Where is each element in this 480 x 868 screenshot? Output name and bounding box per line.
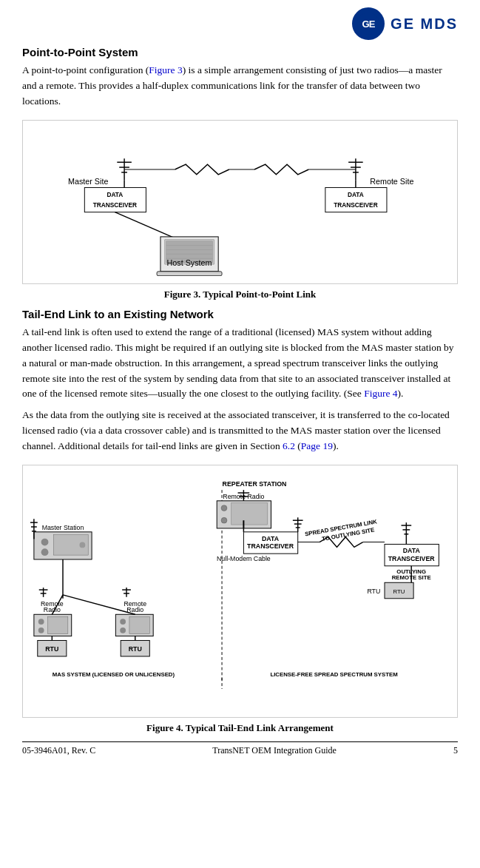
svg-point-75 [79, 542, 85, 548]
ge-monogram: GE [352, 7, 385, 40]
svg-text:Radio: Radio [44, 606, 61, 613]
figure3-container: Master Site Remote Site DATA TRANSCEIVER… [22, 120, 458, 284]
svg-point-72 [41, 539, 49, 546]
section2-title: Tail-End Link to an Existing Network [22, 308, 458, 320]
svg-text:GE: GE [362, 18, 376, 30]
ge-brand-text: GE MDS [391, 16, 458, 33]
svg-text:Remote Site: Remote Site [370, 176, 413, 185]
footer-left: 05-3946A01, Rev. C [22, 745, 95, 756]
figure4-caption: Figure 4. Typical Tail-End Link Arrangem… [22, 722, 458, 734]
page-header: GE GE MDS [22, 7, 458, 40]
p2p-diagram: Master Site Remote Site DATA TRANSCEIVER… [30, 128, 450, 276]
svg-text:Master Station: Master Station [42, 524, 84, 531]
svg-text:DATA: DATA [262, 535, 280, 542]
svg-point-88 [38, 628, 44, 633]
section2-body1: A tail-end link is often used to extend … [22, 325, 458, 403]
svg-text:RTU: RTU [129, 645, 142, 653]
figure3-link[interactable]: Figure 3 [149, 64, 182, 75]
svg-text:Null-Modem Cable: Null-Modem Cable [217, 555, 271, 562]
svg-text:DATA: DATA [107, 191, 123, 198]
svg-point-37 [221, 505, 227, 511]
svg-point-38 [221, 517, 227, 523]
page-footer: 05-3946A01, Rev. C TransNET OEM Integrat… [22, 741, 458, 756]
svg-text:DATA: DATA [403, 547, 421, 554]
svg-text:TRANSCEIVER: TRANSCEIVER [334, 201, 377, 209]
ge-logo: GE GE MDS [352, 7, 458, 40]
figure3-caption: Figure 3. Typical Point-to-Point Link [22, 289, 458, 300]
figure4-container: REPEATER STATION Remote Radio DATA TRANS… [22, 465, 458, 718]
tail-diagram: REPEATER STATION Remote Radio DATA TRANS… [30, 473, 450, 710]
footer-center: TransNET OEM Integration Guide [212, 745, 337, 756]
svg-point-98 [120, 619, 126, 625]
svg-rect-89 [47, 616, 67, 633]
section2-body2: As the data from the outlying site is re… [22, 408, 458, 454]
svg-text:RTU: RTU [367, 588, 380, 595]
svg-text:TRANSCEIVER: TRANSCEIVER [93, 201, 137, 209]
svg-text:Master Site: Master Site [68, 176, 108, 185]
svg-rect-100 [129, 616, 149, 633]
svg-line-23 [115, 212, 175, 238]
svg-text:LICENSE-FREE SPREAD SPECTRUM S: LICENSE-FREE SPREAD SPECTRUM SYSTEM [270, 671, 397, 678]
svg-point-87 [38, 619, 44, 625]
footer-page: 5 [453, 745, 458, 756]
svg-point-73 [41, 548, 49, 556]
svg-rect-39 [231, 503, 268, 525]
svg-text:Host System: Host System [167, 258, 212, 267]
svg-text:TRANSCEIVER: TRANSCEIVER [247, 542, 294, 550]
svg-text:REPEATER STATION: REPEATER STATION [223, 480, 287, 488]
svg-text:DATA: DATA [348, 191, 364, 198]
svg-text:RTU: RTU [393, 588, 405, 595]
figure4-link[interactable]: Figure 4 [364, 388, 397, 399]
section1-title: Point-to-Point System [22, 46, 458, 58]
svg-text:RTU: RTU [45, 645, 58, 653]
svg-text:MAS SYSTEM (LICENSED OR UNLICE: MAS SYSTEM (LICENSED OR UNLICENSED) [53, 671, 175, 678]
sec62-link[interactable]: 6.2 [283, 440, 295, 451]
svg-text:TRANSCEIVER: TRANSCEIVER [388, 555, 436, 562]
page19-link[interactable]: Page 19 [301, 440, 333, 451]
svg-point-99 [120, 628, 126, 633]
svg-rect-26 [157, 272, 222, 276]
section1-body: A point-to-point configuration (Figure 3… [22, 63, 458, 110]
